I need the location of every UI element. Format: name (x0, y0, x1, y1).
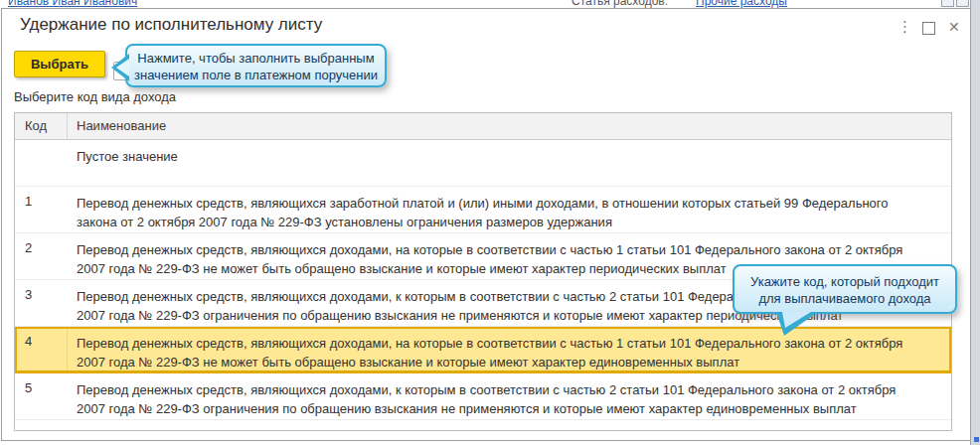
background-open-icon[interactable] (956, 0, 969, 7)
row-code: 5 (25, 380, 32, 395)
background-expense-label: Статья расходов: (572, 0, 668, 8)
maximize-icon[interactable] (922, 22, 935, 35)
column-divider (67, 113, 68, 139)
tooltip-tail-icon (764, 312, 824, 338)
table-row-code-1[interactable]: 1 Перевод денежных средств, являющихся з… (15, 187, 951, 233)
row-name: Перевод денежных средств, являющихся дох… (77, 334, 925, 371)
table-row-empty-value[interactable]: Пустое значение (15, 140, 951, 187)
close-icon[interactable]: ✕ (948, 19, 960, 35)
background-right-edge (970, 0, 980, 445)
column-header-code[interactable]: Код (25, 118, 47, 133)
tooltip-line: для выплачиваемого дохода (735, 290, 955, 307)
more-icon[interactable]: ⋮ (898, 18, 912, 36)
row-name: Перевод денежных средств, являющихся зар… (77, 194, 925, 231)
row-code: 3 (25, 287, 32, 302)
background-person-link[interactable]: Иванов Иван Иванович (8, 0, 137, 8)
table-row-code-5[interactable]: 5 Перевод денежных средств, являющихся д… (15, 373, 951, 420)
row-code: 1 (25, 194, 32, 209)
tooltip-line: значением поле в платежном поручении (127, 67, 385, 83)
prompt-label: Выберите код вида дохода (14, 89, 176, 104)
background-toolbar-icon[interactable] (941, 0, 954, 7)
column-header-name[interactable]: Наименование (77, 118, 166, 133)
row-name: Пустое значение (77, 147, 925, 166)
column-divider (67, 329, 68, 371)
row-name: Перевод денежных средств, являющихся дох… (77, 380, 925, 418)
tooltip-code-hint: Укажите код, который подходит для выплач… (733, 264, 957, 314)
table-empty-space (15, 420, 951, 430)
screen: Иванов Иван Иванович Статья расходов: Пр… (0, 0, 980, 445)
tooltip-line: Укажите код, который подходит (735, 273, 955, 290)
dialog-window: Удержание по исполнительному листу ⋮ ✕ В… (1, 8, 971, 441)
tooltip-tail-icon (111, 53, 129, 82)
background-expense-link[interactable]: Прочие расходы (696, 0, 787, 8)
row-code: 2 (25, 240, 32, 255)
row-code: 4 (25, 334, 32, 349)
table-header: Код Наименование (15, 113, 951, 140)
tooltip-line: Нажмите, чтобы заполнить выбранным (127, 50, 385, 67)
select-button[interactable]: Выбрать (14, 51, 105, 77)
background-fragment (974, 437, 979, 442)
tooltip-select-hint: Нажмите, чтобы заполнить выбранным значе… (125, 44, 387, 87)
dialog-title: Удержание по исполнительному листу (20, 15, 322, 35)
